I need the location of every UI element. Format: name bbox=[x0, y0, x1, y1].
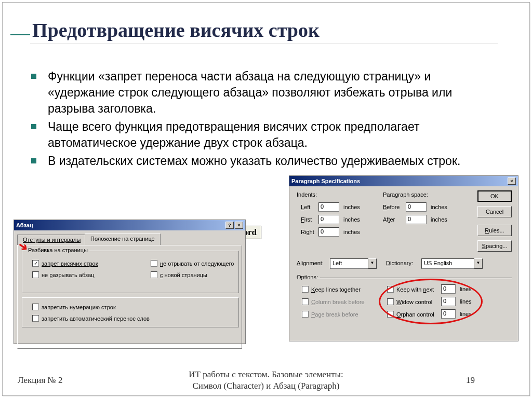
checkbox-suppress-line-numbers[interactable]: запретить нумерацию строк bbox=[32, 304, 116, 310]
combo-dictionary[interactable]: US English▼ bbox=[421, 258, 483, 269]
msword-title: Абзац bbox=[16, 222, 33, 228]
cancel-button[interactable]: Cancel bbox=[477, 206, 512, 217]
bullet-text: Чаще всего функция предотвращения висячи… bbox=[48, 119, 494, 151]
slide-footer: Лекция № 2 ИТ работы с текстом. Базовые … bbox=[0, 369, 532, 392]
checkbox-widow-orphan[interactable]: ✓запрет висячих строк bbox=[32, 260, 98, 267]
label-inches: inches bbox=[343, 216, 360, 223]
bullet-text: Функции «запрет переноса части абзаца на… bbox=[48, 68, 494, 117]
msword-dialog: Абзац ? × Отступы и интервалы Положение … bbox=[14, 219, 246, 344]
bullet-icon bbox=[31, 74, 36, 79]
input-space-before[interactable]: 0 bbox=[406, 202, 427, 212]
label-first: First bbox=[301, 216, 312, 223]
checkbox-column-break-before[interactable]: Column break before bbox=[302, 298, 365, 305]
label-paragraph-space: Paragraph space: bbox=[383, 191, 428, 198]
footer-page-number: 19 bbox=[466, 375, 475, 386]
input-first-indent[interactable]: 0 bbox=[318, 215, 339, 224]
spacing-button[interactable]: Spacing... bbox=[477, 240, 512, 252]
rules-button[interactable]: Rules... bbox=[477, 225, 512, 236]
label-inches: inches bbox=[343, 204, 360, 210]
bullet-icon bbox=[31, 158, 36, 163]
label-alignment: Alignment: bbox=[297, 260, 324, 266]
checkbox-keep-with-next[interactable]: не отрывать от следующего bbox=[151, 260, 234, 267]
ok-button[interactable]: OK bbox=[477, 190, 512, 202]
label-inches: inches bbox=[431, 216, 447, 223]
label-right: Right bbox=[301, 229, 314, 235]
label-indents: Indents: bbox=[297, 191, 317, 198]
combo-alignment[interactable]: Left▼ bbox=[330, 258, 377, 269]
checkbox-keep-lines-together[interactable]: Keep lines together bbox=[302, 286, 361, 293]
annotation-circle-icon bbox=[379, 279, 483, 324]
pagemaker-dialog: Paragraph Specifications × Indents: Para… bbox=[289, 175, 518, 341]
checkbox-keep-together[interactable]: не разрывать абзац bbox=[32, 271, 95, 278]
input-space-after[interactable]: 0 bbox=[406, 215, 427, 224]
close-button[interactable]: × bbox=[508, 177, 516, 185]
footer-left: Лекция № 2 bbox=[18, 375, 62, 386]
bullet-icon bbox=[31, 124, 36, 129]
pm-titlebar: Paragraph Specifications × bbox=[289, 176, 518, 186]
chevron-down-icon: ▼ bbox=[474, 258, 483, 269]
msword-titlebar: Абзац ? × bbox=[14, 220, 245, 230]
input-left-indent[interactable]: 0 bbox=[318, 202, 339, 212]
label-after: After bbox=[383, 216, 395, 223]
checkbox-page-break-before[interactable]: с новой страницы bbox=[151, 271, 207, 278]
chevron-down-icon: ▼ bbox=[368, 258, 377, 269]
checkbox-page-break-before[interactable]: Page break before bbox=[302, 311, 358, 318]
group-pagination-label: Разбивка на страницы bbox=[26, 247, 89, 253]
group-exceptions bbox=[22, 297, 239, 327]
pm-title: Paragraph Specifications bbox=[291, 178, 360, 184]
input-right-indent[interactable]: 0 bbox=[318, 227, 339, 237]
group-options: Options: bbox=[297, 278, 512, 278]
title-underline bbox=[30, 44, 498, 44]
bullet-list: Функции «запрет переноса части абзаца на… bbox=[31, 68, 494, 171]
close-button[interactable]: × bbox=[235, 222, 243, 229]
label-dictionary: Dictionary: bbox=[386, 260, 413, 266]
tab-page-position[interactable]: Положение на странице bbox=[85, 234, 161, 245]
label-options: Options: bbox=[297, 274, 320, 280]
footer-center: ИТ работы с текстом. Базовые элементы: С… bbox=[0, 369, 532, 392]
slide-title-area: Предотвращение висячих строк bbox=[10, 19, 320, 42]
label-before: Before bbox=[383, 204, 400, 210]
help-button[interactable]: ? bbox=[225, 222, 234, 229]
label-inches: inches bbox=[431, 204, 447, 210]
label-left: Left bbox=[301, 204, 310, 210]
bullet-text: В издательских системах можно указать ко… bbox=[48, 153, 460, 169]
title-accent bbox=[10, 34, 30, 35]
label-inches: inches bbox=[343, 229, 360, 235]
slide-title: Предотвращение висячих строк bbox=[32, 19, 320, 42]
checkbox-no-hyphenation[interactable]: запретить автоматический перенос слов bbox=[32, 315, 150, 322]
